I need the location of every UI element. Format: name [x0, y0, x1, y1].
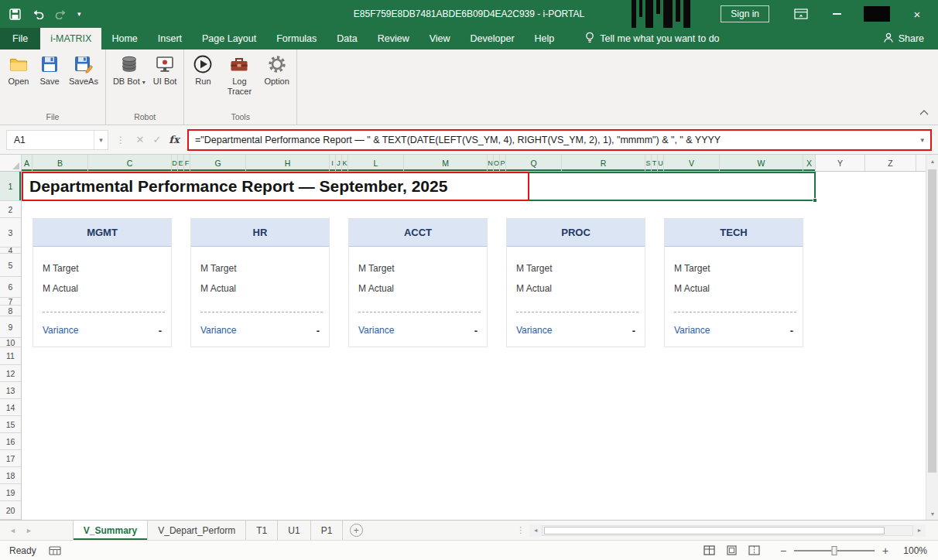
- dept-card-header[interactable]: PROC: [507, 219, 645, 247]
- tab-formulas[interactable]: Formulas: [266, 28, 327, 50]
- row-header[interactable]: 18: [0, 467, 21, 484]
- tab-page-layout[interactable]: Page Layout: [192, 28, 266, 50]
- col-header[interactable]: V: [664, 155, 720, 171]
- col-header[interactable]: O: [494, 155, 500, 171]
- row-header[interactable]: 13: [0, 382, 21, 399]
- row-header[interactable]: 6: [0, 277, 21, 298]
- ribbon-display-options-icon[interactable]: [791, 4, 811, 24]
- horizontal-scroll-track[interactable]: [542, 525, 913, 536]
- option-button[interactable]: Option: [260, 52, 293, 87]
- col-header[interactable]: W: [720, 155, 803, 171]
- normal-view-icon[interactable]: [704, 545, 715, 555]
- row-header[interactable]: 10: [0, 338, 21, 347]
- col-header[interactable]: U: [658, 155, 664, 171]
- sheet-tab-p1[interactable]: P1: [311, 521, 344, 540]
- enter-icon[interactable]: ✓: [149, 134, 166, 145]
- tell-me-box[interactable]: Tell me what you want to do: [575, 28, 729, 50]
- row-header[interactable]: 11: [0, 347, 21, 365]
- sheet-tab-v-depart-perform[interactable]: V_Depart_Perform: [148, 521, 246, 540]
- scroll-down-icon[interactable]: ▼: [926, 507, 938, 520]
- col-header[interactable]: C: [88, 155, 172, 171]
- tab-data[interactable]: Data: [327, 28, 367, 50]
- col-header[interactable]: S: [645, 155, 652, 171]
- row-header[interactable]: 14: [0, 399, 21, 416]
- macro-record-icon[interactable]: [49, 546, 61, 555]
- customize-qat-icon[interactable]: ▾: [77, 10, 81, 18]
- col-header[interactable]: B: [33, 155, 88, 171]
- zoom-in-button[interactable]: +: [881, 545, 890, 557]
- name-box[interactable]: A1 ▾: [6, 130, 108, 150]
- row-header[interactable]: 20: [0, 501, 21, 520]
- dept-card-header[interactable]: ACCT: [349, 219, 487, 247]
- select-all-corner[interactable]: [0, 155, 22, 171]
- horizontal-scrollbar[interactable]: ◄ ►: [529, 521, 926, 540]
- close-button[interactable]: ×: [902, 4, 932, 24]
- col-header[interactable]: J: [336, 155, 342, 171]
- scroll-up-icon[interactable]: ▲: [926, 155, 938, 167]
- col-header[interactable]: M: [404, 155, 488, 171]
- db-bot-button[interactable]: DB Bot ▾: [109, 52, 149, 87]
- row-header[interactable]: 8: [0, 306, 21, 316]
- col-header[interactable]: N: [488, 155, 494, 171]
- variance-value[interactable]: -: [790, 325, 793, 336]
- vertical-scroll-thumb[interactable]: [928, 169, 936, 473]
- minimize-button[interactable]: [822, 4, 851, 24]
- scroll-left-icon[interactable]: ◄: [529, 524, 542, 537]
- col-header[interactable]: H: [246, 155, 330, 171]
- col-header[interactable]: Z: [865, 155, 916, 171]
- fill-handle[interactable]: [813, 198, 817, 203]
- collapse-ribbon-icon[interactable]: [919, 104, 929, 118]
- col-header[interactable]: T: [652, 155, 658, 171]
- row-header[interactable]: 17: [0, 450, 21, 467]
- tab-review[interactable]: Review: [368, 28, 419, 50]
- ui-bot-button[interactable]: UI Bot: [149, 52, 181, 87]
- tab-i-matrix[interactable]: i-MATRIX: [40, 28, 101, 50]
- col-header[interactable]: G: [190, 155, 246, 171]
- cancel-icon[interactable]: ✕: [132, 134, 149, 145]
- variance-value[interactable]: -: [474, 325, 478, 336]
- page-layout-view-icon[interactable]: [726, 545, 738, 555]
- sign-in-button[interactable]: Sign in: [721, 5, 769, 22]
- undo-icon[interactable]: [31, 7, 45, 21]
- col-header[interactable]: X: [803, 155, 816, 171]
- row-header[interactable]: 16: [0, 433, 21, 450]
- log-tracer-button[interactable]: Log Tracer: [218, 52, 260, 97]
- row-header[interactable]: 12: [0, 365, 21, 382]
- chevron-down-icon[interactable]: ▾: [914, 136, 924, 144]
- row-header[interactable]: 9: [0, 316, 21, 338]
- col-header[interactable]: Q: [506, 155, 562, 171]
- tab-insert[interactable]: Insert: [148, 28, 192, 50]
- sheet-tab-u1[interactable]: U1: [278, 521, 310, 540]
- save-button[interactable]: Save: [34, 52, 65, 87]
- dept-card-header[interactable]: MGMT: [33, 219, 171, 247]
- col-header[interactable]: D: [172, 155, 178, 171]
- tab-home[interactable]: Home: [101, 28, 147, 50]
- dept-card-header[interactable]: TECH: [665, 219, 803, 247]
- row-header[interactable]: 3: [0, 218, 21, 248]
- tab-view[interactable]: View: [419, 28, 460, 50]
- scroll-right-icon[interactable]: ►: [913, 524, 926, 537]
- dots-separator-icon[interactable]: ⋮: [516, 521, 525, 540]
- row-header[interactable]: 5: [0, 254, 21, 277]
- tab-help[interactable]: Help: [525, 28, 565, 50]
- zoom-slider[interactable]: [794, 550, 875, 551]
- sheet-nav-left-icon[interactable]: ◄: [9, 527, 16, 534]
- share-button[interactable]: Share: [869, 28, 938, 50]
- row-header[interactable]: 2: [0, 201, 21, 218]
- tab-developer[interactable]: Developer: [460, 28, 525, 50]
- sheet-tab-v-summary[interactable]: V_Summary: [73, 521, 148, 540]
- row-header[interactable]: 7: [0, 298, 21, 306]
- save-as-button[interactable]: SaveAs: [65, 52, 102, 87]
- formula-input[interactable]: ="Departmental Performance Report — " & …: [187, 129, 932, 151]
- variance-value[interactable]: -: [317, 325, 320, 336]
- zoom-slider-thumb[interactable]: [832, 546, 837, 555]
- save-icon[interactable]: [8, 7, 22, 21]
- row-header[interactable]: 4: [0, 248, 21, 254]
- vertical-scrollbar[interactable]: ▲ ▼: [926, 155, 938, 520]
- sheet-tab-t1[interactable]: T1: [246, 521, 278, 540]
- tab-file[interactable]: File: [0, 28, 40, 50]
- col-header[interactable]: A: [22, 155, 33, 171]
- run-button[interactable]: Run: [187, 52, 218, 87]
- sheet-nav-right-icon[interactable]: ►: [26, 527, 33, 534]
- chevron-down-icon[interactable]: ▾: [94, 131, 108, 149]
